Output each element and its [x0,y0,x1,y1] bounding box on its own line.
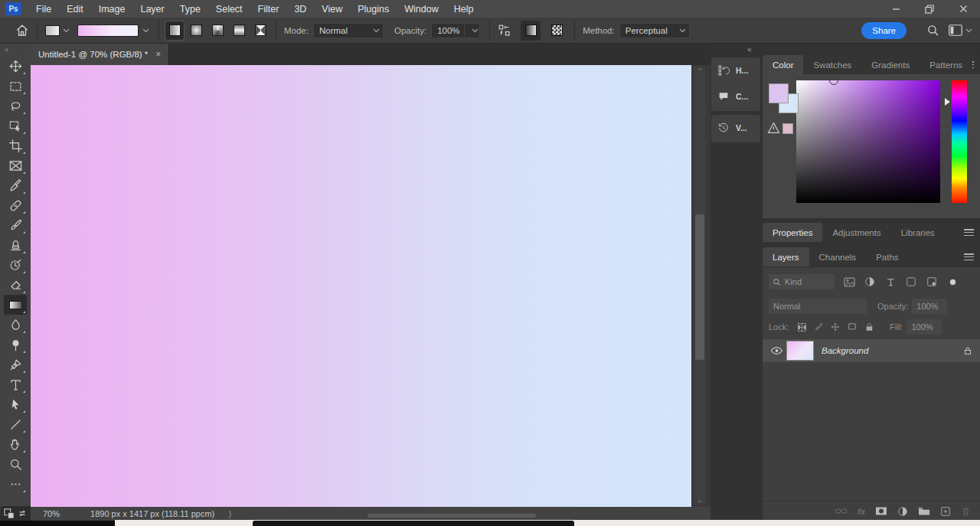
lock-pixels-icon[interactable] [810,319,827,335]
frame-tool[interactable] [4,155,27,175]
layer-row-background[interactable]: Background [763,339,980,362]
workspace-switcher[interactable] [949,25,972,36]
new-layer-icon[interactable] [940,506,951,517]
close-button[interactable] [946,0,980,18]
filter-shape-layers-icon[interactable] [903,274,920,289]
close-tab-icon[interactable]: × [155,49,161,60]
spot-healing-brush-tool[interactable] [4,195,27,215]
swap-colors-icon[interactable] [18,508,28,518]
hand-tool[interactable] [4,434,27,454]
tab-swatches[interactable]: Swatches [803,55,861,74]
gradient-type-radial[interactable] [187,21,205,40]
filter-type-layers-icon[interactable] [882,274,899,289]
tab-gradients[interactable]: Gradients [861,55,920,74]
history-brush-tool[interactable] [4,255,27,275]
comments-panel-button[interactable]: C... [711,83,760,109]
blur-tool[interactable] [4,315,27,335]
crop-tool[interactable] [4,136,27,155]
gradient-type-linear[interactable] [165,21,184,40]
canvas[interactable] [31,65,691,507]
document-tab[interactable]: Untitled-1 @ 70% (RGB/8) * × [31,44,169,65]
opacity-dropdown-button[interactable] [465,23,480,38]
pen-tool[interactable] [4,354,27,374]
color-picker-cursor[interactable] [829,76,838,85]
collapse-panels-icon[interactable]: « [747,45,753,54]
lock-position-icon[interactable] [827,319,844,335]
hue-slider-pointer[interactable] [945,98,950,106]
foreground-color-swatch[interactable] [769,83,789,103]
menu-plugins[interactable]: Plugins [350,0,397,18]
reverse-icon[interactable] [495,21,514,41]
tab-properties[interactable]: Properties [763,223,822,242]
lock-all-icon[interactable] [861,319,877,335]
menu-select[interactable]: Select [208,0,250,18]
tool-preset-picker[interactable] [42,25,73,36]
home-icon[interactable] [12,21,32,41]
link-layers-icon[interactable] [835,506,848,516]
tab-libraries[interactable]: Libraries [891,223,945,242]
fill-value[interactable]: 100% [906,319,942,335]
blend-mode-dropdown[interactable]: Normal [769,299,867,314]
filter-adjustment-layers-icon[interactable] [861,274,878,289]
mode-dropdown[interactable]: Normal [313,23,384,38]
horizontal-scrollbar-thumb[interactable] [368,514,536,518]
gradient-type-reflected[interactable] [230,21,248,40]
lasso-tool[interactable] [4,96,27,116]
layer-visibility-eye-icon[interactable] [770,346,783,355]
layer-lock-icon[interactable] [963,346,972,356]
search-icon[interactable] [926,24,939,37]
gradient-editor[interactable] [73,25,154,37]
share-button[interactable]: Share [861,22,906,39]
gamut-warning-icon[interactable] [767,122,780,134]
menu-view[interactable]: View [314,0,350,18]
status-chevron-icon[interactable]: ⟩ [228,509,231,519]
method-dropdown[interactable]: Perceptual [619,23,690,38]
menu-window[interactable]: Window [397,0,446,18]
layers-opacity-value[interactable]: 100% [912,299,947,314]
toolbar-collapse-icon[interactable]: » [0,44,31,56]
eraser-tool[interactable] [4,275,27,295]
tab-patterns[interactable]: Patterns [920,55,972,74]
menu-file[interactable]: File [28,0,59,18]
gradient-tool[interactable] [4,295,27,315]
lock-transparency-icon[interactable] [793,319,810,335]
menu-edit[interactable]: Edit [59,0,91,18]
layer-style-fx-icon[interactable]: fx [858,506,865,517]
tab-color[interactable]: Color [763,55,803,74]
rectangular-marquee-tool[interactable] [4,76,27,96]
new-adjustment-layer-icon[interactable] [897,506,908,517]
saturation-brightness-field[interactable] [796,80,940,203]
tab-adjustments[interactable]: Adjustments [822,223,890,242]
hue-slider[interactable] [952,80,967,203]
new-group-icon[interactable] [918,506,930,516]
layer-thumbnail[interactable] [786,341,814,361]
gradient-type-diamond[interactable] [251,21,270,40]
gradient-type-angle[interactable] [208,21,227,40]
foreground-background-swatches-icon[interactable] [4,508,15,519]
panel-menu-icon[interactable] [964,253,974,260]
object-selection-tool[interactable] [4,116,27,136]
line-tool[interactable] [4,414,27,434]
add-layer-mask-icon[interactable] [875,506,887,516]
edit-toolbar-icon[interactable] [4,474,27,494]
filter-smart-objects-icon[interactable] [923,274,940,289]
menu-type[interactable]: Type [172,0,208,18]
panel-menu-icon[interactable] [964,229,974,236]
tab-paths[interactable]: Paths [866,247,908,266]
restore-button[interactable] [913,0,946,18]
move-tool[interactable] [4,56,27,76]
menu-image[interactable]: Image [91,0,133,18]
transparency-icon[interactable] [521,21,541,41]
menu-layer[interactable]: Layer [132,0,172,18]
menu-filter[interactable]: Filter [250,0,287,18]
panel-menu-icon[interactable] [972,61,974,68]
clone-stamp-tool[interactable] [4,235,27,255]
zoom-tool[interactable] [4,454,27,474]
layer-filter-kind-dropdown[interactable]: Kind [769,274,835,289]
tab-layers[interactable]: Layers [763,247,809,266]
scroll-down-icon[interactable]: ⌄ [697,496,703,504]
version-history-panel-button[interactable]: V... [711,115,760,141]
zoom-level[interactable]: 70% [43,509,60,518]
type-tool[interactable] [4,374,27,394]
tab-channels[interactable]: Channels [809,247,867,266]
